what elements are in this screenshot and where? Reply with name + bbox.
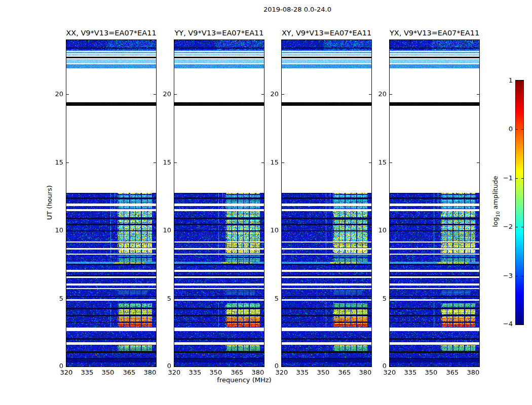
y-tick: [282, 299, 284, 299]
spectrogram-panel-xy: XY, V9*V13=EA07*EA1132033535036538005101…: [281, 39, 372, 367]
spectrogram-panel-yy: YY, V9*V13=EA07*EA1132033535036538005101…: [174, 39, 264, 367]
y-tick-label: 5: [47, 295, 63, 302]
x-tick-label: 320: [272, 369, 292, 376]
x-tick-label: 350: [313, 369, 333, 376]
y-tick-label: 20: [370, 90, 387, 98]
colorbar-tick-label: −3: [496, 272, 513, 279]
y-tick: [477, 94, 479, 95]
x-tick: [410, 364, 411, 367]
y-tick: [390, 230, 392, 231]
y-tick-label: 0: [47, 362, 63, 370]
y-tick: [66, 163, 69, 163]
colorbar-axis-label: log10 amplitude: [491, 176, 501, 227]
colorbar-tick-label: −4: [496, 320, 513, 328]
y-tick-label: 15: [370, 158, 387, 166]
x-tick-label: 365: [442, 369, 463, 376]
x-tick: [365, 40, 366, 43]
x-tick: [216, 364, 216, 367]
colorbar-tick-label: 1: [496, 76, 513, 84]
colorbar: 10−1−2−3−4: [515, 80, 524, 325]
x-tick: [150, 364, 150, 367]
panel-title-yy: YY, V9*V13=EA07*EA11: [174, 29, 263, 37]
colorbar-tick: [521, 129, 523, 130]
x-tick: [302, 40, 303, 43]
colorbar-tick: [521, 227, 523, 227]
y-tick-label: 15: [155, 158, 171, 166]
y-tick: [390, 299, 392, 299]
colorbar-tick: [521, 324, 523, 325]
x-tick-label: 365: [227, 369, 247, 376]
y-tick: [282, 163, 284, 163]
x-tick: [323, 40, 324, 43]
y-tick-label: 20: [47, 90, 63, 98]
y-tick: [390, 366, 392, 367]
x-tick: [129, 364, 130, 367]
x-tick: [302, 364, 303, 367]
y-tick: [174, 299, 177, 299]
y-tick-label: 10: [262, 226, 279, 234]
x-tick: [473, 40, 474, 43]
y-tick-label: 10: [47, 226, 63, 234]
y-tick-label: 5: [155, 295, 171, 302]
x-tick-label: 350: [206, 369, 226, 376]
x-tick: [87, 364, 88, 367]
x-tick: [108, 40, 108, 43]
x-tick: [452, 40, 453, 43]
y-tick: [66, 299, 69, 299]
x-tick-label: 335: [77, 369, 97, 376]
panel-title-xx: XX, V9*V13=EA07*EA11: [66, 29, 156, 37]
panel-title-xy: XY, V9*V13=EA07*EA11: [282, 29, 371, 37]
y-tick: [174, 230, 177, 231]
spectrogram-canvas-yy: [174, 40, 264, 367]
colorbar-tick: [516, 227, 518, 227]
y-tick: [66, 94, 69, 95]
y-tick: [390, 94, 392, 95]
y-tick-label: 5: [262, 295, 279, 302]
y-tick-label: 10: [370, 226, 387, 234]
x-tick: [174, 40, 175, 43]
x-tick: [150, 40, 150, 43]
x-tick: [258, 364, 258, 367]
x-tick: [323, 364, 324, 367]
y-tick: [66, 366, 69, 367]
x-tick: [473, 364, 474, 367]
x-tick: [258, 40, 258, 43]
x-tick-label: 380: [248, 369, 268, 376]
x-axis-label: frequency (MHz): [217, 376, 271, 384]
y-tick: [282, 230, 284, 231]
x-tick: [282, 40, 282, 43]
x-tick: [345, 364, 345, 367]
colorbar-label-subscript: 10: [496, 211, 501, 217]
colorbar-label-suffix: amplitude: [491, 176, 499, 211]
colorbar-tick: [516, 178, 518, 179]
y-tick-label: 5: [370, 295, 387, 302]
y-tick-label: 0: [155, 362, 171, 370]
y-tick: [477, 230, 479, 231]
colorbar-tick-label: 0: [496, 125, 513, 133]
colorbar-gradient: [516, 80, 523, 325]
x-tick-label: 380: [140, 369, 160, 376]
x-tick-label: 335: [400, 369, 421, 376]
figure-title: 2019-08-28 0.0-24.0: [263, 6, 331, 13]
y-tick: [174, 94, 177, 95]
x-tick-label: 350: [98, 369, 118, 376]
x-tick: [365, 364, 366, 367]
x-tick: [237, 40, 238, 43]
y-axis-label: UT (hours): [46, 185, 53, 220]
x-tick-label: 380: [463, 369, 483, 376]
spectrogram-panel-xx: XX, V9*V13=EA07*EA1132033535036538005101…: [66, 39, 157, 367]
x-tick-label: 335: [185, 369, 205, 376]
spectrogram-canvas-yx: [390, 40, 479, 367]
x-tick: [390, 40, 390, 43]
y-tick-label: 10: [155, 226, 171, 234]
x-tick-label: 320: [164, 369, 184, 376]
x-tick-label: 365: [119, 369, 139, 376]
x-tick: [108, 364, 108, 367]
y-tick: [477, 299, 479, 299]
x-tick: [345, 40, 345, 43]
x-tick: [87, 40, 88, 43]
y-tick: [66, 230, 69, 231]
y-tick: [174, 163, 177, 163]
y-tick: [477, 163, 479, 163]
x-tick: [216, 40, 216, 43]
